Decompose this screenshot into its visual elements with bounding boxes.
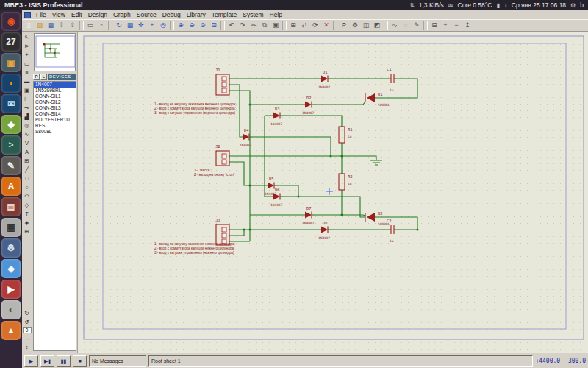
mark-area-icon[interactable]: ▫ [96, 21, 107, 30]
menu-item[interactable]: View [49, 11, 68, 18]
save-design-icon[interactable]: ▦ [46, 21, 56, 30]
marker-tool-icon[interactable]: ⊕ [23, 227, 32, 236]
menu-item[interactable]: Help [267, 11, 285, 18]
diode-D3[interactable] [273, 113, 284, 119]
menu-item[interactable]: System [240, 11, 266, 18]
play-button[interactable]: ▶ [24, 355, 38, 367]
redo-icon[interactable]: ↷ [237, 21, 248, 30]
block-copy-icon[interactable]: ⊞ [288, 21, 298, 30]
cut-icon[interactable]: ✂ [248, 21, 259, 30]
box-tool-icon[interactable]: □ [23, 174, 32, 183]
menu-item[interactable]: Template [209, 11, 240, 18]
firefox-icon[interactable]: ◗ [1, 74, 21, 93]
decompose-icon[interactable]: ◩ [372, 21, 382, 30]
mail-indicator-icon[interactable]: ✉ [448, 2, 453, 9]
dropbox-icon[interactable]: ◈ [1, 259, 21, 278]
block-delete-icon[interactable]: ✕ [321, 21, 331, 30]
files-icon[interactable]: ▣ [1, 53, 21, 72]
toolbar-icon[interactable] [282, 21, 287, 30]
gimp-icon[interactable]: ✎ [1, 156, 21, 175]
diode-D4[interactable] [243, 134, 253, 141]
virtual-instrument-tool-icon[interactable]: ⊞ [23, 157, 32, 165]
arc-tool-icon[interactable]: ◠ [23, 192, 32, 200]
property-assign-icon[interactable]: ✎ [412, 21, 422, 30]
menu-item[interactable]: Design [85, 11, 110, 18]
step-button[interactable]: ▶▮ [40, 355, 54, 367]
menu-item[interactable]: Source [134, 11, 159, 18]
grid-toggle-icon[interactable]: ▦ [125, 21, 135, 30]
resistor-R1[interactable] [339, 127, 345, 143]
redraw-icon[interactable]: ↻ [114, 21, 124, 30]
toolbar-icon[interactable] [79, 21, 84, 30]
text-2d-tool-icon[interactable]: T [23, 210, 32, 218]
cursor-coords-icon[interactable]: + [147, 21, 157, 30]
paste-icon[interactable]: ▣ [270, 21, 281, 30]
archive-icon[interactable]: ▤ [1, 197, 21, 216]
junction-dot-tool-icon[interactable]: + [23, 51, 32, 59]
search-tag-icon[interactable]: ◌ [401, 21, 411, 30]
system-monitor-icon[interactable]: 27 [1, 32, 21, 52]
writer-icon[interactable]: A [1, 177, 21, 196]
screenshot-icon[interactable]: ◐ [1, 300, 21, 319]
new-design-icon[interactable]: ▯ [24, 21, 34, 30]
diode-D2[interactable] [305, 102, 315, 108]
dash-home-icon[interactable]: ◉ [1, 12, 21, 31]
remove-sheet-icon[interactable]: − [451, 21, 462, 30]
volume-icon[interactable]: ♪ [504, 2, 507, 9]
media-player-icon[interactable]: ▶ [1, 280, 21, 299]
mirror-vertical-icon[interactable]: ↕ [23, 343, 32, 351]
export-icon[interactable]: ⇧ [68, 21, 78, 30]
session-icon[interactable]: ⚙ [570, 2, 576, 9]
block-rotate-icon[interactable]: ⟳ [310, 21, 320, 30]
zoom-out-icon[interactable]: ⊖ [187, 21, 197, 30]
device-list-item[interactable]: RES [34, 123, 76, 129]
network-traffic-icon[interactable]: ⇅ [409, 2, 415, 9]
block-move-icon[interactable]: ⇄ [299, 21, 309, 30]
origin-icon[interactable]: ✛ [136, 21, 146, 30]
pause-button[interactable]: ▮▮ [57, 355, 71, 367]
diode-D8[interactable] [321, 227, 331, 233]
email-icon[interactable]: ✉ [1, 94, 21, 113]
wire-autorouter-icon[interactable]: ∿ [390, 21, 400, 30]
pick-device-icon[interactable]: P [339, 21, 349, 30]
connector-J2[interactable] [216, 151, 229, 166]
menu-item[interactable]: Library [184, 11, 209, 18]
component-tool-icon[interactable]: ⊳ [23, 42, 32, 50]
open-design-icon[interactable]: ▨ [35, 21, 45, 30]
resistor-R2[interactable] [339, 174, 345, 190]
toolbar-icon[interactable] [333, 21, 337, 30]
device-list-item[interactable]: CONN-SIL2 [34, 99, 76, 105]
symbol-tool-icon[interactable]: ◈ [23, 219, 32, 227]
diode-D1[interactable] [321, 76, 331, 82]
vlc-icon[interactable]: ▲ [1, 321, 21, 340]
zoom-area-icon[interactable]: ⊡ [209, 21, 219, 30]
terminal-tool-icon[interactable]: ⊢ [23, 95, 32, 103]
print-icon[interactable]: ▭ [85, 21, 96, 30]
undo-icon[interactable]: ↶ [226, 21, 237, 30]
goto-sheet-icon[interactable]: ↥ [462, 21, 473, 30]
wire-label-tool-icon[interactable]: ▭ [23, 60, 32, 68]
capacitor-C1[interactable] [391, 74, 394, 83]
connector-J1[interactable] [216, 74, 229, 95]
capacitor-C2[interactable] [391, 225, 394, 234]
library-manager-button[interactable]: L [40, 74, 47, 80]
device-pin-tool-icon[interactable]: ⊸ [23, 104, 32, 112]
generator-tool-icon[interactable]: ∿ [23, 130, 32, 138]
device-list-item[interactable]: POLYESTER1U [34, 117, 76, 123]
current-probe-tool-icon[interactable]: A [23, 148, 32, 156]
pan-icon[interactable]: ◎ [158, 21, 168, 30]
device-list-item[interactable]: CONN-SIL3 [34, 105, 76, 111]
graph-tool-icon[interactable]: ▟ [23, 113, 32, 121]
thyristor-U2[interactable] [365, 213, 375, 222]
software-center-icon[interactable]: ◆ [1, 115, 21, 134]
battery-icon[interactable]: ▮ [496, 2, 499, 9]
overview-window[interactable] [34, 33, 76, 71]
copy-icon[interactable]: ⧉ [259, 21, 270, 30]
rotate-cw-icon[interactable]: ↻ [23, 309, 32, 317]
menu-item[interactable]: Debug [159, 11, 184, 18]
device-list-item[interactable]: S8008L [34, 129, 76, 135]
device-list-item[interactable]: 1N4007 [34, 82, 76, 88]
ground-symbol[interactable] [370, 160, 382, 165]
sheet-indicator[interactable]: Root sheet 1 [148, 355, 533, 367]
toolbar-icon[interactable] [423, 21, 428, 30]
